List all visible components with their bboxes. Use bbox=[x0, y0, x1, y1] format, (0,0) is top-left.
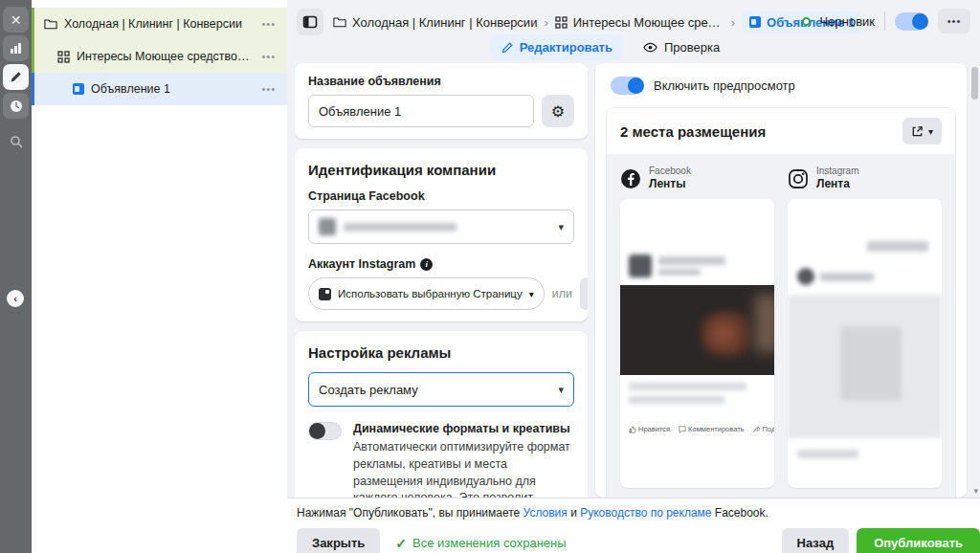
preview-scrollbar[interactable] bbox=[970, 65, 979, 492]
campaign-menu-button[interactable]: ••• bbox=[257, 16, 279, 32]
instagram-preview-column: Instagram Лента bbox=[788, 166, 942, 488]
ig-account-row: Использовать выбранную Страницу ▾ или По… bbox=[308, 277, 574, 310]
ad-guidelines-link[interactable]: Руководство по рекламе bbox=[580, 506, 711, 520]
or-label: или bbox=[552, 287, 572, 300]
disclaimer-prefix: Нажимая "Опубликовать", вы принимаете bbox=[297, 506, 523, 520]
caret-down-icon: ▾ bbox=[928, 126, 933, 137]
close-button[interactable]: Закрыть bbox=[297, 528, 380, 553]
campaign-tree-panel: Холодная | Клининг | Конверсии ••• Интер… bbox=[32, 0, 287, 553]
changes-saved-label: Все изменения сохранены bbox=[412, 536, 567, 550]
close-panel-button[interactable]: ✕ bbox=[3, 7, 29, 33]
terms-link[interactable]: Условия bbox=[523, 506, 568, 520]
history-button[interactable] bbox=[3, 93, 29, 119]
fb-page-select[interactable]: ▾ bbox=[308, 210, 574, 244]
chevron-right-icon: › bbox=[731, 15, 735, 30]
placements-section: 2 места размещения ▾ Facebook bbox=[607, 108, 955, 498]
share-action: Поделиться bbox=[753, 425, 775, 433]
page-avatar bbox=[319, 218, 336, 235]
facebook-action-row: Нравится Комментировать Поделиться bbox=[620, 425, 774, 433]
comment-icon bbox=[679, 426, 686, 433]
adset-grid-icon bbox=[57, 51, 70, 63]
sidebar-layout-icon bbox=[302, 14, 318, 30]
ad-name-settings-button[interactable]: ⚙ bbox=[542, 95, 574, 127]
campaign-name: Холодная | Клининг | Конверсии bbox=[64, 17, 251, 31]
close-icon: ✕ bbox=[11, 13, 22, 27]
facebook-icon bbox=[620, 168, 641, 189]
ad-menu-button[interactable]: ••• bbox=[257, 81, 279, 97]
tree-campaign-group: Холодная | Клининг | Конверсии ••• Интер… bbox=[32, 8, 287, 73]
external-link-icon bbox=[911, 125, 924, 138]
folder-icon bbox=[44, 18, 57, 30]
back-button[interactable]: Назад bbox=[782, 528, 850, 553]
share-preview-button[interactable]: ▾ bbox=[902, 118, 942, 144]
instagram-badge-icon bbox=[319, 288, 331, 300]
preview-toggle-label: Включить предпросмотр bbox=[654, 78, 795, 93]
eye-icon bbox=[643, 42, 657, 53]
dynamic-creative-description: Автоматически оптимизируйте формат рекла… bbox=[353, 439, 574, 498]
adset-grid-icon bbox=[555, 16, 568, 29]
ad-icon bbox=[749, 16, 761, 28]
publish-button[interactable]: Опубликовать bbox=[857, 528, 980, 553]
toggle-sidebar-button[interactable] bbox=[297, 9, 323, 35]
ad-name-card: Название объявления ⚙ bbox=[295, 63, 588, 139]
tab-review-label: Проверка bbox=[664, 40, 720, 55]
caret-down-icon: ▾ bbox=[558, 221, 564, 233]
ad-active-toggle[interactable] bbox=[895, 12, 928, 31]
preview-toggle[interactable] bbox=[611, 77, 644, 95]
edit-tool-button[interactable] bbox=[3, 64, 29, 90]
chevron-left-icon: ‹ bbox=[13, 293, 17, 304]
tree-item-ad[interactable]: Объявление 1 ••• bbox=[32, 73, 287, 105]
draft-status-icon bbox=[802, 17, 811, 26]
comment-action: Комментировать bbox=[679, 425, 744, 433]
breadcrumb-campaign[interactable]: Холодная | Клининг | Конверсии bbox=[333, 15, 537, 30]
placement-name: Ленты bbox=[649, 177, 691, 191]
ad-icon bbox=[73, 83, 84, 95]
tab-edit[interactable]: Редактировать bbox=[490, 34, 624, 60]
ad-setup-select[interactable]: Создать рекламу ▾ bbox=[308, 372, 574, 407]
folder-icon bbox=[333, 16, 346, 28]
footer-bar: Нажимая "Опубликовать", вы принимаете Ус… bbox=[287, 498, 980, 553]
scroll-down-icon[interactable]: ▾ bbox=[973, 486, 978, 496]
ad-name-input[interactable] bbox=[308, 95, 534, 127]
disclaimer-suffix: Facebook. bbox=[711, 506, 768, 520]
breadcrumb-adset[interactable]: Интересы Моющее средство, Убор... bbox=[555, 15, 724, 30]
insights-button[interactable] bbox=[3, 35, 29, 61]
scrollbar-thumb[interactable] bbox=[971, 67, 978, 100]
breadcrumb-adset-label: Интересы Моющее средство, Убор... bbox=[573, 15, 724, 30]
identity-card: Идентификация компании Страница Facebook… bbox=[295, 148, 588, 321]
tree-item-adset[interactable]: Интересы Моющее средство, Убор... ••• bbox=[34, 40, 287, 73]
draft-status-label: Черновик bbox=[820, 14, 875, 29]
facebook-preview-column: Facebook Ленты bbox=[620, 166, 774, 488]
ad-setup-card: Настройка рекламы Создать рекламу ▾ Дина… bbox=[295, 331, 588, 498]
instagram-feed-preview[interactable] bbox=[788, 199, 942, 488]
mode-tabs: Редактировать Проверка bbox=[287, 34, 923, 60]
caret-down-icon: ▾ bbox=[529, 289, 534, 299]
search-icon bbox=[10, 135, 23, 148]
ad-setup-value: Создать рекламу bbox=[319, 383, 418, 397]
adset-menu-button[interactable]: ••• bbox=[257, 49, 279, 64]
tools-rail: ✕ ‹ bbox=[0, 0, 32, 553]
blurred-post-text bbox=[620, 375, 774, 404]
share-icon bbox=[753, 426, 761, 433]
search-tool-button[interactable] bbox=[3, 128, 29, 154]
like-icon bbox=[629, 426, 636, 433]
tab-edit-label: Редактировать bbox=[520, 40, 612, 55]
disclaimer-and: и bbox=[568, 506, 580, 520]
blurred-ad-image bbox=[620, 285, 774, 375]
dynamic-creative-toggle[interactable] bbox=[308, 422, 342, 440]
ig-account-label: Аккаунт Instagram i bbox=[308, 257, 574, 271]
pencil-icon bbox=[501, 42, 513, 54]
changes-saved-status: ✓ Все изменения сохранены bbox=[395, 536, 566, 551]
more-options-button[interactable]: ••• bbox=[938, 9, 970, 33]
network-name: Instagram bbox=[816, 166, 858, 177]
tree-item-campaign[interactable]: Холодная | Клининг | Конверсии ••• bbox=[34, 8, 287, 40]
info-icon: i bbox=[420, 258, 433, 271]
collapse-rail-button[interactable]: ‹ bbox=[7, 290, 24, 307]
facebook-feed-preview[interactable]: Нравится Комментировать Поделиться bbox=[620, 199, 774, 488]
connect-account-button[interactable]: Подключить bbox=[580, 277, 588, 310]
breadcrumb-campaign-label: Холодная | Клининг | Конверсии bbox=[352, 15, 537, 30]
tab-review[interactable]: Проверка bbox=[643, 40, 720, 55]
placements-title: 2 места размещения bbox=[620, 123, 766, 140]
preview-panel: Включить предпросмотр 2 места размещения… bbox=[595, 63, 967, 498]
ig-account-select[interactable]: Использовать выбранную Страницу ▾ bbox=[308, 277, 545, 310]
